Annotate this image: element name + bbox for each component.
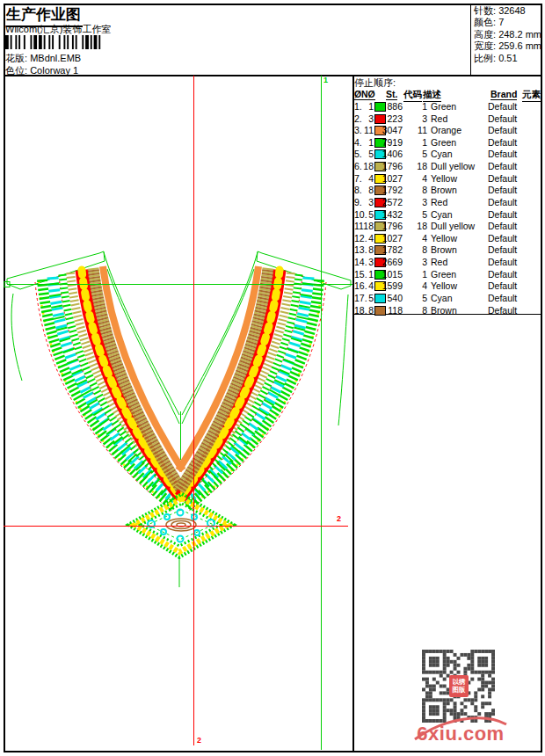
code: 1 — [410, 269, 427, 280]
stitch-count: 针数: 32648 — [474, 5, 541, 17]
color-description: Red — [431, 257, 447, 267]
code: 3 — [410, 257, 427, 267]
stop-table-row: 5.514065CyanDefault — [353, 149, 541, 160]
code: 8 — [410, 185, 427, 195]
stitch-count: 1782 — [382, 244, 403, 255]
pattern-value: MBdnl.EMB — [30, 53, 81, 63]
stitch-count: 1432 — [382, 209, 403, 220]
stitch-count: 1027 — [382, 173, 403, 184]
stop-table-row: 9.325723RedDefault — [353, 197, 541, 208]
code: 11 — [410, 125, 427, 135]
brand: Default — [488, 257, 517, 267]
code: 1 — [410, 101, 427, 112]
needle-number: 3 — [360, 197, 374, 207]
stop-table-row: 10.514325CyanDefault — [353, 209, 541, 221]
needle-number: 5 — [360, 293, 374, 303]
color-description: Green — [431, 269, 456, 280]
code: 8 — [410, 244, 427, 255]
code: 8 — [410, 305, 427, 316]
needle-number: 1 — [360, 269, 374, 280]
brand: Default — [488, 244, 517, 255]
stop-table-row: 16.415994YellowDefault — [353, 280, 541, 292]
col-header-code: 代码 — [403, 89, 422, 102]
stitch-count: 2669 — [382, 257, 403, 267]
color-description: Dull yellow — [431, 161, 475, 171]
brand: Default — [488, 280, 517, 291]
code: 4 — [410, 280, 427, 291]
stop-table-row: 8.817928BrownDefault — [353, 185, 541, 196]
stop-table-row: 12.410274YellowDefault — [353, 233, 541, 244]
stop-table-row: 18.81188BrownDefault — [353, 305, 541, 316]
code: 18 — [410, 221, 427, 231]
color-description: Yellow — [431, 280, 457, 291]
end-marker-label-v: 2 — [197, 737, 201, 745]
stop-table-row: 7.410274YellowDefault — [353, 173, 541, 185]
stitch-count: 1796 — [382, 221, 403, 231]
barcode — [5, 35, 104, 49]
pattern-row: 花版: MBdnl.EMB — [5, 52, 81, 65]
code: 4 — [410, 173, 427, 184]
code: 18 — [410, 161, 427, 171]
color-description: Green — [431, 137, 456, 148]
stitch-count: 1406 — [382, 149, 403, 159]
col-header-st: St. — [386, 89, 397, 100]
brand: Default — [488, 233, 517, 244]
code: 5 — [410, 293, 427, 303]
design-stats: 针数: 32648 颜色: 7 高度: 248.2 mm 宽度: 259.6 m… — [474, 5, 541, 64]
col-header-element: 元素 — [522, 89, 541, 102]
col-header-needle: NØ — [361, 89, 375, 100]
code: 4 — [410, 233, 427, 244]
header-stats-divider — [470, 4, 471, 75]
needle-number: 8 — [360, 185, 374, 195]
col-header-desc: 描述 — [423, 89, 441, 102]
stitch-count: 1599 — [382, 280, 403, 291]
stop-table-row: 2.32233RedDefault — [353, 113, 541, 125]
stop-table-row: 15.110151GreenDefault — [353, 269, 541, 280]
header-divider — [4, 75, 541, 76]
stop-table-row: 11.18179618Dull yellowDefault — [353, 221, 541, 232]
brand: Default — [488, 149, 517, 159]
stitch-count: 223 — [382, 113, 403, 124]
color-description: Cyan — [431, 149, 453, 159]
site-logo: 6xiu.com — [411, 723, 510, 745]
colorway-label: 色位: — [5, 65, 27, 76]
color-description: Red — [431, 113, 447, 124]
color-description: Cyan — [431, 293, 453, 303]
needle-number: 5 — [360, 149, 374, 159]
stop-table-row: 6.18179618Dull yellowDefault — [353, 161, 541, 172]
color-description: Orange — [431, 125, 461, 135]
code: 3 — [410, 197, 427, 207]
color-count: 颜色: 7 — [474, 17, 541, 28]
color-description: Dull yellow — [431, 221, 475, 231]
code: 1 — [410, 137, 427, 148]
color-description: Brown — [431, 244, 457, 255]
design-width: 宽度: 259.6 mm — [474, 40, 541, 52]
stitch-count: 886 — [382, 101, 403, 112]
stitch-count: 118 — [382, 305, 403, 316]
col-header-brand: Brand — [490, 89, 517, 100]
brand: Default — [488, 173, 517, 184]
brand: Default — [488, 209, 517, 220]
stitch-count: 3047 — [382, 125, 403, 135]
needle-number: 4 — [360, 233, 374, 244]
brand: Default — [488, 221, 517, 231]
brand: Default — [488, 161, 517, 171]
stitch-count: 1792 — [382, 185, 403, 195]
needle-number: 5 — [360, 209, 374, 220]
color-description: Green — [431, 101, 456, 112]
color-description: Yellow — [431, 173, 457, 184]
needle-number: 3 — [360, 113, 374, 124]
code: 3 — [410, 113, 427, 124]
needle-number: 3 — [360, 257, 374, 267]
needle-number: 8 — [360, 305, 374, 316]
end-marker-label-h: 2 — [337, 515, 341, 523]
col-header-stop: Ø — [354, 89, 361, 100]
stitch-count: 7919 — [382, 137, 403, 148]
needle-number: 1 — [360, 137, 374, 148]
design-scale: 比例: 0.51 — [474, 53, 541, 64]
brand: Default — [488, 101, 517, 112]
color-description: Cyan — [431, 209, 453, 220]
colorway-row: 色位: Colorway 1 — [5, 64, 78, 77]
stitch-count: 540 — [382, 293, 403, 303]
stitch-count: 1796 — [382, 161, 403, 171]
